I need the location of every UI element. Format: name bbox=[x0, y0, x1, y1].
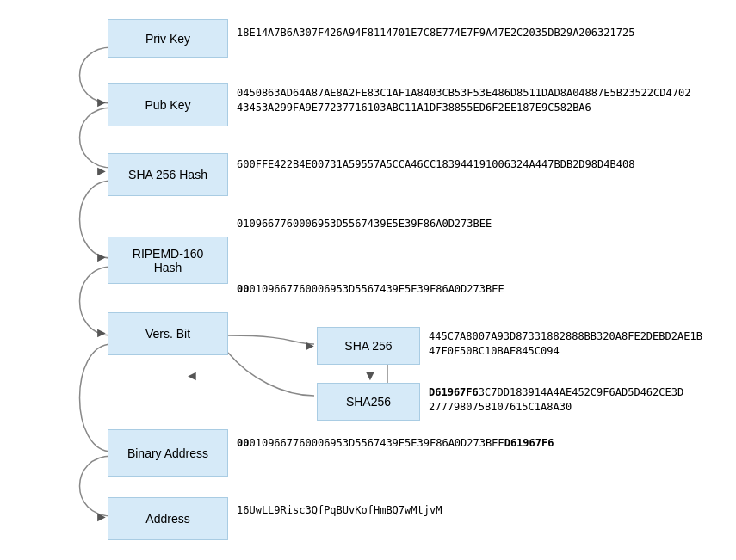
binaryaddr-value: 000109667760006953D5567439E5E39F86A0D273… bbox=[237, 436, 719, 451]
ripemd160-label: RIPEMD-160Hash bbox=[133, 247, 203, 274]
sha256a-label: SHA 256 bbox=[344, 339, 392, 353]
address-box: Address bbox=[108, 497, 228, 540]
pubkey-label: Pub Key bbox=[145, 98, 191, 112]
diagram: Priv Key 18E14A7B6A307F426A94F8114701E7C… bbox=[0, 0, 736, 560]
sha256a-box: SHA 256 bbox=[317, 327, 420, 365]
address-value: 16UwLL9Risc3QfPqBUvKofHmBQ7wMtjvM bbox=[237, 503, 702, 518]
ripemd-bottom-value: 000109667760006953D5567439E5E39F86A0D273… bbox=[237, 282, 702, 297]
pubkey-box: Pub Key bbox=[108, 83, 228, 126]
ripemd-top-value: 0109667760006953D5567439E5E39F86A0D273BE… bbox=[237, 217, 702, 231]
privkey-value: 18E14A7B6A307F426A94F8114701E7C8E774E7F9… bbox=[237, 26, 702, 40]
versbit-box: Vers. Bit bbox=[108, 312, 228, 355]
sha256a-value: 445C7A8007A93D87331882888BB320A8FE2DEBD2… bbox=[429, 329, 721, 359]
arrow-pubkey: ► bbox=[95, 95, 108, 110]
ripemd160-box: RIPEMD-160Hash bbox=[108, 237, 228, 284]
arrow-versbit: ► bbox=[95, 325, 108, 341]
sha256b-label: SHA256 bbox=[346, 395, 391, 409]
binaryaddr-label: Binary Address bbox=[127, 446, 208, 460]
pubkey-value: 0450863AD64A87AE8A2FE83C1AF1A8403CB53F53… bbox=[237, 86, 702, 115]
versbit-label: Vers. Bit bbox=[145, 327, 190, 341]
arrow-ripemd: ► bbox=[95, 249, 108, 265]
sha256hash-label: SHA 256 Hash bbox=[128, 168, 207, 182]
arrow-down-sha256b: ▼ bbox=[363, 368, 377, 384]
privkey-box: Priv Key bbox=[108, 19, 228, 58]
sha256b-box: SHA256 bbox=[317, 383, 420, 421]
sha256hash-box: SHA 256 Hash bbox=[108, 153, 228, 196]
arrow-address: ► bbox=[95, 509, 108, 525]
privkey-label: Priv Key bbox=[145, 32, 190, 46]
arrow-sha256: ► bbox=[95, 163, 108, 179]
sha256hash-value: 600FFE422B4E00731A59557A5CCA46CC18394419… bbox=[237, 157, 702, 172]
arrow-back: ◄ bbox=[185, 368, 199, 384]
address-label: Address bbox=[145, 512, 189, 526]
arrow-sha256a: ► bbox=[303, 338, 317, 354]
sha256b-value: D61967F63C7DD183914A4AE452C9F6AD5D462CE3… bbox=[429, 385, 721, 415]
binaryaddr-box: Binary Address bbox=[108, 429, 228, 477]
